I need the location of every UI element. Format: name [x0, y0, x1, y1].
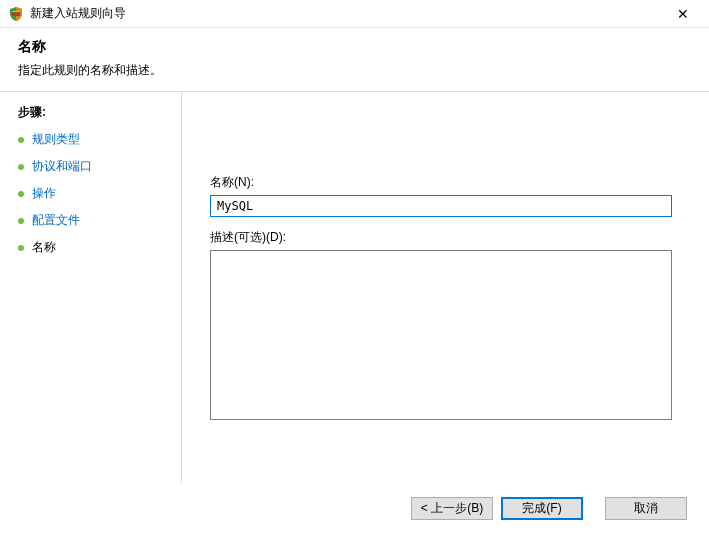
- wizard-main: 名称(N): 描述(可选)(D):: [182, 92, 709, 483]
- close-icon: ✕: [677, 6, 689, 22]
- bullet-icon: [18, 191, 24, 197]
- step-label: 配置文件: [32, 212, 80, 229]
- cancel-button[interactable]: 取消: [605, 497, 687, 520]
- step-label: 规则类型: [32, 131, 80, 148]
- steps-sidebar: 步骤: 规则类型 协议和端口 操作 配置文件 名称: [0, 92, 182, 483]
- bullet-icon: [18, 218, 24, 224]
- titlebar: 新建入站规则向导 ✕: [0, 0, 709, 28]
- step-action[interactable]: 操作: [18, 185, 171, 202]
- page-title: 名称: [18, 38, 691, 56]
- step-protocol-port[interactable]: 协议和端口: [18, 158, 171, 175]
- wizard-header: 名称 指定此规则的名称和描述。: [0, 28, 709, 87]
- bullet-icon: [18, 164, 24, 170]
- svg-rect-1: [12, 11, 20, 12]
- wizard-footer: < 上一步(B) 完成(F) 取消: [0, 483, 709, 533]
- step-profile[interactable]: 配置文件: [18, 212, 171, 229]
- bullet-icon: [18, 137, 24, 143]
- firewall-shield-icon: [8, 6, 24, 22]
- description-label: 描述(可选)(D):: [210, 229, 681, 246]
- step-label: 操作: [32, 185, 56, 202]
- back-button[interactable]: < 上一步(B): [411, 497, 493, 520]
- close-button[interactable]: ✕: [663, 0, 703, 28]
- name-input[interactable]: [210, 195, 672, 217]
- step-name[interactable]: 名称: [18, 239, 171, 256]
- wizard-body: 步骤: 规则类型 协议和端口 操作 配置文件 名称 名称(N): 描述(可选)(…: [0, 92, 709, 483]
- bullet-icon: [18, 245, 24, 251]
- step-rule-type[interactable]: 规则类型: [18, 131, 171, 148]
- page-subtitle: 指定此规则的名称和描述。: [18, 62, 691, 79]
- description-textarea[interactable]: [210, 250, 672, 420]
- step-label: 名称: [32, 239, 56, 256]
- window-title: 新建入站规则向导: [30, 5, 663, 22]
- step-label: 协议和端口: [32, 158, 92, 175]
- name-label: 名称(N):: [210, 174, 681, 191]
- finish-button[interactable]: 完成(F): [501, 497, 583, 520]
- steps-heading: 步骤:: [18, 104, 171, 121]
